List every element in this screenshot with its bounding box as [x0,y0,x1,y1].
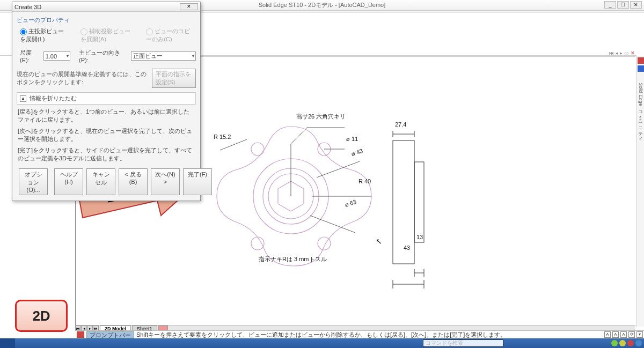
hex-note: 高サ26 六角穴キリ [296,113,346,121]
nav-close-icon[interactable]: ✕ [631,50,635,56]
start-button[interactable] [0,338,15,348]
tray-icons [611,340,642,346]
close-button[interactable]: ✕ [630,1,642,9]
tray-dot-icon[interactable] [619,340,626,346]
radio-main-input[interactable] [20,28,27,35]
window-buttons: _ ❐ ✕ [604,1,642,9]
nav-split-icon[interactable]: ▭ [624,50,629,56]
r152-label: R 15.2 [214,134,231,140]
radio-copy[interactable]: ビューのコピーのみ(C) [146,27,196,43]
orient-value: 正面ビュー [133,52,163,60]
dim274-label: 27.4 [395,121,406,128]
help-button[interactable]: ヘルプ(H) [54,168,83,195]
tray-dot-icon[interactable] [611,340,618,346]
text-style-icon[interactable]: A [620,331,627,338]
bottom-note: 指示ナキRは 3 mmトスル [259,255,327,263]
radio-aux-input [80,28,87,35]
radio-aux[interactable]: 補助投影ビューを展開(A) [80,27,134,43]
nav-prev-icon[interactable]: ◂ [616,50,618,56]
cursor-icon: ↖ [376,237,382,246]
svg-line-9 [291,128,307,144]
maximize-button[interactable]: ❐ [617,1,629,9]
r40-label: R 40 [358,178,371,184]
svg-line-15 [220,139,247,150]
collapse-arrow-icon[interactable]: ▲ [20,95,26,102]
right-side-panel: Solid Edge コミュニティ [636,56,644,327]
svg-line-12 [317,161,360,177]
side-text: Solid Edge コミュニティ [637,83,644,139]
radio-main[interactable]: 主投影ビューを展開(L) [20,27,69,43]
info-line-1: [戻る]をクリックすると、1つ前のビュー、あるいは前に選択したファイルに戻ります… [18,108,195,124]
radio-group: 主投影ビューを展開(L) 補助投影ビューを展開(A) ビューのコピーのみ(C) [20,27,196,43]
text-style-icon[interactable]: A [604,331,611,338]
cancel-button[interactable]: キャンセル [86,168,115,195]
orient-combo[interactable]: 正面ビュー [131,51,196,61]
nav-next-icon[interactable]: ▸ [620,50,623,56]
prompt-text: Shiftキーを押さえて要素をクリックして、ビューに追加またはビューから削除する… [136,331,506,339]
svg-rect-17 [414,162,424,242]
minimize-button[interactable]: _ [604,1,616,9]
menu-icon[interactable]: ▾ [636,331,643,338]
prompt-label: プロンプトバー [86,331,134,338]
finish-button[interactable]: 完了(F) [183,168,212,195]
app-title: Solid Edge ST10 - 2Dモデル - [AutoCAD_Demo] [259,1,386,9]
svg-line-14 [310,216,355,233]
svg-point-4 [251,143,264,156]
dim13-label: 13 [416,234,423,240]
fold-info-row[interactable]: ▲ 情報を折りたたむ [17,92,196,105]
scale-value: 1.00 [46,53,57,60]
windows-taskbar: コマンドを検索 [0,338,644,348]
tray-dot-icon[interactable] [635,340,642,346]
dim43-label: 43 [404,245,410,251]
badge-2d: 2D [15,300,68,332]
dialog-title: Create 3D [14,4,41,10]
prompt-icon [77,331,84,338]
options-button[interactable]: オプション(O)... [19,168,48,195]
svg-point-6 [251,237,264,250]
dialog-titlebar: Create 3D ✕ [12,2,200,12]
scale-label: 尺度(E): [20,49,40,63]
dialog-button-row: オプション(O)... ヘルプ(H) キャンセル < 戻る(B) 次へ(N) >… [17,165,196,196]
nav-first-icon[interactable]: ⏮ [609,50,614,56]
refresh-icon[interactable]: ⟳ [628,331,635,338]
info-line-3: [完了]をクリックすると、サイドのビュー選択を完了して、すべてのビュー定義を3D… [18,146,195,163]
scale-combo[interactable]: 1.00 [43,51,70,61]
svg-point-7 [318,237,331,250]
create-3d-dialog: Create 3D ✕ ビューのプロパティ 主投影ビューを展開(L) 補助投影ビ… [12,2,201,201]
back-button[interactable]: < 戻る(B) [119,168,148,195]
tray-dot-icon[interactable] [627,340,634,346]
dialog-close-button[interactable]: ✕ [180,3,198,10]
youtube-icon[interactable] [638,57,644,64]
next-button[interactable]: 次へ(N) > [151,168,180,195]
facebook-icon[interactable] [638,65,644,72]
text-style-icon[interactable]: A [612,331,619,338]
d11-label: ⌀ 11 [346,136,358,143]
plane-hint: 現在のビューの展開基準線を定義するには、このボタンをクリックします: [17,70,148,86]
fold-label: 情報を折りたたむ [30,94,77,102]
badge-text: 2D [32,308,50,324]
section-heading: ビューのプロパティ [17,16,196,24]
plane-set-button[interactable]: 平面の指示を設定(S) [152,69,196,88]
command-search[interactable]: コマンドを検索 [423,339,503,347]
status-right-tools: A A A ⟳ ▾ [604,331,643,338]
prompt-bar: プロンプトバー Shiftキーを押さえて要素をクリックして、ビューに追加またはビ… [75,330,644,338]
info-line-2: [次へ]をクリックすると、現在のビュー選択を完了して、次のビュー選択を開始します… [18,127,195,144]
orient-label: 主ビューの向き(P): [79,49,128,63]
radio-copy-input [146,28,153,35]
